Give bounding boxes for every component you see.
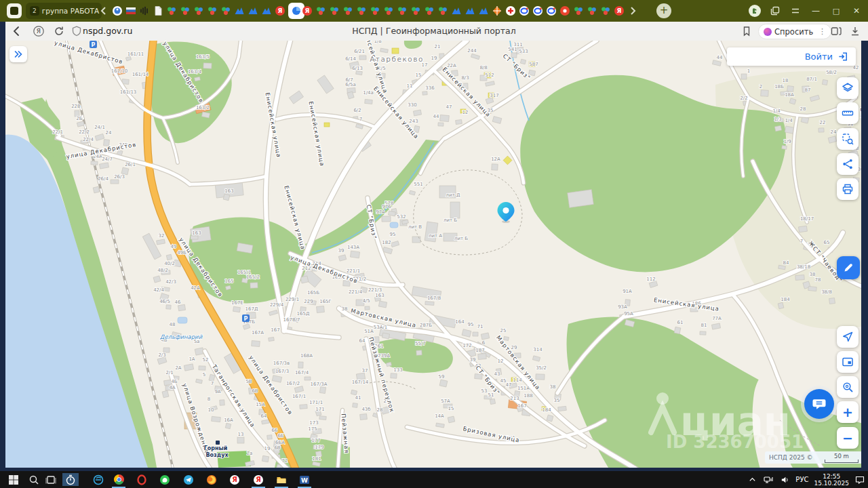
tab-favicon-flag[interactable] — [125, 5, 136, 16]
map-canvas[interactable]: 161/11161/10161/14161/13163/5163/4163/22… — [0, 41, 868, 471]
tab-favicon-berry[interactable] — [166, 5, 177, 16]
lens-button[interactable] — [837, 376, 859, 398]
tab-favicon-next[interactable] — [627, 5, 638, 16]
clock[interactable]: 12:55 15.10.2025 — [814, 473, 849, 487]
tab-favicon-berry[interactable] — [410, 5, 421, 16]
tab-favicon-mtn[interactable] — [465, 5, 475, 16]
tab-favicon-gerb[interactable] — [112, 5, 123, 16]
tab-favicon-ozon[interactable] — [532, 5, 543, 16]
taskbar-ie-icon[interactable] — [90, 473, 106, 486]
minimap-button[interactable] — [837, 351, 859, 373]
area-search-button[interactable] — [837, 128, 859, 150]
browser-app-button[interactable] — [7, 3, 22, 18]
taskbar-whatsapp-icon[interactable] — [157, 473, 173, 486]
volume-icon[interactable] — [779, 475, 790, 485]
maximize-icon[interactable]: □ — [826, 0, 846, 22]
layers-button[interactable] — [837, 77, 859, 99]
house-number-label: 17 — [422, 62, 428, 68]
tab-favicon-back[interactable] — [98, 5, 109, 16]
new-tab-button[interactable]: + — [656, 3, 671, 18]
taskbar-folder-icon[interactable] — [273, 473, 290, 486]
tab-favicon-diamond[interactable] — [492, 5, 502, 16]
place-label: Атарбеково — [370, 55, 424, 63]
tab-favicon-wave[interactable] — [139, 5, 150, 16]
tab-favicon-berry[interactable] — [356, 5, 367, 16]
login-bar[interactable]: Войти — [727, 47, 856, 66]
tab-favicon-doc[interactable] — [153, 5, 163, 16]
tab-favicon-mtn[interactable] — [261, 5, 272, 16]
tab-favicon-mtn[interactable] — [248, 5, 258, 16]
network-icon[interactable] — [763, 475, 774, 485]
share-button[interactable] — [837, 153, 859, 175]
taskbar-start-icon[interactable] — [5, 473, 22, 486]
ask-alice-button[interactable]: Спросить ⋮ — [758, 24, 831, 39]
location-pin[interactable] — [498, 202, 515, 223]
house-number-label: 46/5 — [159, 299, 170, 304]
tab-favicon-redplus[interactable] — [505, 5, 516, 16]
tab-favicon-berry[interactable] — [342, 5, 353, 16]
tab-favicon-berry[interactable] — [329, 5, 340, 16]
taskbar-timer-icon[interactable] — [62, 473, 79, 486]
zoom-in-button[interactable]: + — [837, 401, 859, 423]
svg-text:W: W — [301, 476, 308, 483]
zoom-out-button[interactable]: − — [837, 427, 859, 449]
chat-button[interactable] — [804, 389, 834, 419]
tab-favicon-mtn[interactable] — [478, 5, 489, 16]
tab-group-active[interactable]: 2 группа РАБОТА ▼ — [26, 3, 102, 19]
back-icon[interactable] — [11, 25, 23, 37]
sidebar-collapse-button[interactable] — [9, 46, 27, 62]
tab-favicon-berry[interactable] — [383, 5, 394, 16]
tray-expand-icon[interactable] — [747, 475, 757, 485]
tab-favicon-berry[interactable] — [600, 5, 611, 16]
taskbar-word-icon[interactable]: W — [296, 473, 313, 486]
house-number-label: 6/21 — [354, 49, 365, 54]
tab-favicon-berry[interactable] — [207, 5, 218, 16]
tab-favicon-ya[interactable]: Я — [275, 5, 285, 16]
tab-favicon-mtn[interactable] — [451, 5, 462, 16]
tab-favicon-berry[interactable] — [193, 5, 204, 16]
taskbar-chrome-icon[interactable] — [111, 473, 127, 486]
tab-favicon-mtn[interactable] — [234, 5, 245, 16]
tab-favicon-berry[interactable] — [397, 5, 408, 16]
site-security-icon[interactable] — [71, 25, 83, 37]
downloads-icon[interactable] — [849, 25, 861, 37]
dino-icon[interactable] — [745, 0, 765, 22]
tab-favicon-ya[interactable]: Я — [302, 5, 313, 16]
locate-button[interactable] — [837, 326, 859, 348]
print-button[interactable] — [837, 178, 859, 200]
house-number-label: 51 — [488, 392, 494, 398]
notification-icon[interactable] — [854, 475, 865, 485]
tab-favicon-berry[interactable] — [220, 5, 231, 16]
tab-favicon-berry[interactable] — [437, 5, 448, 16]
draw-button[interactable] — [837, 256, 860, 279]
tab-favicon-ya[interactable]: Я — [614, 5, 625, 16]
tab-favicon-ozon[interactable] — [519, 5, 530, 16]
address-url[interactable]: nspd.gov.ru — [83, 22, 132, 41]
tab-favicon-berry[interactable] — [424, 5, 435, 16]
tab-favicon-reddot[interactable] — [559, 5, 570, 16]
taskbar-tsearch-icon[interactable] — [26, 473, 42, 486]
kebab-menu-icon[interactable]: ⋮ — [818, 27, 826, 36]
side-panels-icon[interactable] — [830, 25, 842, 37]
taskbar-yab-icon[interactable]: Я — [226, 473, 243, 486]
yandex-home-icon[interactable]: Я — [33, 25, 45, 37]
language-indicator[interactable]: РУС — [795, 476, 808, 483]
tab-favicon-ozon[interactable] — [546, 5, 557, 16]
stack-icon[interactable] — [765, 0, 785, 22]
tab-favicon-berry[interactable] — [180, 5, 191, 16]
tab-favicon-berry[interactable] — [370, 5, 380, 16]
menu-icon[interactable] — [785, 0, 806, 22]
taskbar-taskview-icon[interactable] — [43, 473, 59, 486]
tab-favicon-berry[interactable] — [573, 5, 584, 16]
taskbar-telegram-icon[interactable] — [180, 473, 197, 486]
taskbar-yab-icon[interactable]: Я — [250, 473, 267, 486]
taskbar-firefox-icon[interactable] — [203, 473, 220, 486]
tab-favicon-berry[interactable] — [315, 5, 326, 16]
reload-icon[interactable] — [53, 25, 65, 37]
ruler-button[interactable] — [837, 102, 859, 124]
taskbar-opera-icon[interactable] — [134, 473, 150, 486]
minimize-icon[interactable]: — — [806, 0, 826, 22]
bookmark-icon[interactable] — [741, 25, 753, 37]
tab-favicon-berry[interactable] — [587, 5, 597, 16]
close-icon[interactable]: ✕ — [846, 0, 867, 22]
